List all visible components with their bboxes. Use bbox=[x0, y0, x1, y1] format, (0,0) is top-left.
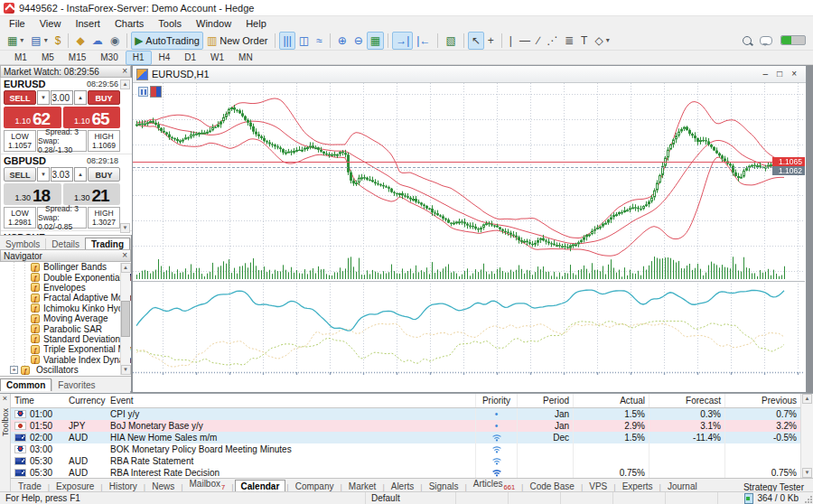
crosshair-button[interactable]: + bbox=[484, 32, 498, 50]
timeframe-M1[interactable]: M1 bbox=[7, 51, 34, 65]
symbol-row[interactable]: GBPUSD08:29:18 bbox=[4, 155, 129, 166]
market-watch-scrollbar[interactable]: ▲ ▼ bbox=[120, 79, 130, 233]
symbol-row[interactable]: EURUSD08:29:56 bbox=[4, 79, 129, 89]
tab-mailbox[interactable]: Mailbox7 bbox=[184, 478, 231, 492]
scrollbar-thumb[interactable] bbox=[121, 301, 130, 337]
timeframe-D1[interactable]: D1 bbox=[177, 51, 203, 65]
close-icon[interactable]: × bbox=[791, 67, 797, 81]
volume-input[interactable]: 3.03 bbox=[51, 167, 73, 182]
scroll-down-icon[interactable]: ▼ bbox=[802, 468, 812, 478]
volume-dropdown-icon[interactable]: ▼ bbox=[37, 167, 50, 182]
menu-tools[interactable]: Tools bbox=[151, 17, 189, 30]
horizontal-line-button[interactable]: — bbox=[516, 32, 534, 50]
bid-price[interactable]: 1.1062 bbox=[4, 107, 61, 128]
bid-price[interactable]: 1.3018 bbox=[4, 183, 61, 205]
calendar-col-previous[interactable]: Previous bbox=[724, 394, 800, 407]
timeframe-H1[interactable]: H1 bbox=[126, 51, 152, 65]
menu-insert[interactable]: Insert bbox=[68, 17, 107, 30]
chart-titlebar[interactable]: EURUSD,H1 – □ × bbox=[133, 66, 806, 83]
scroll-down-icon[interactable]: ▼ bbox=[121, 365, 131, 375]
timeframe-H4[interactable]: H4 bbox=[152, 51, 178, 65]
ask-price[interactable]: 1.3021 bbox=[63, 183, 121, 205]
zoom-out-button[interactable]: ⊖ bbox=[350, 32, 367, 50]
menu-help[interactable]: Help bbox=[238, 17, 274, 30]
scroll-up-icon[interactable]: ▲ bbox=[121, 263, 131, 273]
tree-item-variable-index-dynamic-average[interactable]: ƒVariable Index Dynamic Average bbox=[0, 355, 131, 365]
tree-item-ichimoku-kinko-hyo[interactable]: ƒIchimoku Kinko Hyo bbox=[0, 303, 131, 313]
expand-icon[interactable]: + bbox=[10, 366, 18, 374]
cycle-charts-button[interactable]: $ bbox=[51, 32, 65, 50]
signals-button[interactable]: ◉ bbox=[107, 32, 123, 50]
trend-line-button[interactable]: ∕ bbox=[534, 32, 543, 50]
tree-item-oscillators[interactable]: +ƒOscillators bbox=[0, 365, 131, 375]
statusbar-profile[interactable]: Default bbox=[365, 492, 455, 504]
calendar-row[interactable]: 01:00CPI y/y•Jan1.5%0.3%0.7% bbox=[11, 408, 800, 420]
close-icon[interactable]: × bbox=[122, 251, 127, 260]
ask-price[interactable]: 1.1065 bbox=[63, 107, 121, 128]
tree-item-envelopes[interactable]: ƒEnvelopes bbox=[0, 283, 131, 293]
calendar-col-forecast[interactable]: Forecast bbox=[649, 394, 724, 407]
calendar-row[interactable]: 02:00AUDHIA New Home Sales m/mDec1.5%-11… bbox=[11, 432, 800, 443]
navigator-scrollbar[interactable]: ▲ ▼ bbox=[120, 263, 130, 375]
close-icon[interactable]: × bbox=[0, 394, 10, 403]
shapes-button[interactable]: ◇▾ bbox=[591, 32, 612, 50]
calendar-col-priority[interactable]: Priority bbox=[475, 394, 517, 407]
scroll-down-icon[interactable]: ▼ bbox=[120, 223, 130, 233]
fibonacci-button[interactable]: ⋰ bbox=[543, 32, 561, 50]
community-button[interactable]: ☁ bbox=[89, 32, 107, 50]
indicators-window-button[interactable]: ▧ bbox=[442, 32, 459, 50]
line-mode-button[interactable]: ≈ bbox=[313, 32, 326, 50]
new-chart-button[interactable]: ▦▾ bbox=[4, 32, 27, 50]
buy-button[interactable]: BUY bbox=[88, 167, 120, 182]
calendar-col-currency[interactable]: Currency bbox=[65, 394, 107, 407]
calendar-col-event[interactable]: Event bbox=[107, 394, 475, 407]
tree-item-moving-average[interactable]: ƒMoving Average bbox=[0, 313, 131, 323]
vertical-line-button[interactable]: | bbox=[506, 32, 516, 50]
timeframe-W1[interactable]: W1 bbox=[203, 51, 231, 65]
volume-spin-up-icon[interactable]: ▲ bbox=[74, 167, 87, 182]
scroll-up-icon[interactable]: ▲ bbox=[120, 79, 130, 89]
tile-windows-button[interactable]: ▦ bbox=[367, 32, 384, 50]
tab-common[interactable]: Common bbox=[0, 378, 51, 391]
volume-dropdown-icon[interactable]: ▼ bbox=[37, 90, 50, 105]
cursor-button[interactable]: ↖ bbox=[468, 32, 484, 50]
calendar-scrollbar[interactable]: ▲ ▼ bbox=[800, 394, 813, 478]
profiles-button[interactable]: ▤▾ bbox=[27, 32, 51, 50]
channel-button[interactable]: ≣ bbox=[561, 32, 577, 50]
autotrading-button[interactable]: ▶AutoTrading bbox=[131, 32, 203, 50]
timeframe-M15[interactable]: M15 bbox=[61, 51, 93, 65]
calendar-row[interactable]: 01:50JPYBoJ Monetary Base y/y•Jan2.9%3.1… bbox=[11, 420, 800, 432]
resize-grip[interactable] bbox=[804, 493, 813, 504]
calendar-col-period[interactable]: Period bbox=[517, 394, 573, 407]
auto-scroll-button[interactable]: →| bbox=[392, 32, 413, 50]
menu-view[interactable]: View bbox=[33, 17, 69, 30]
calendar-col-time[interactable]: Time bbox=[11, 394, 65, 407]
candles-mode-button[interactable]: ◫ bbox=[295, 32, 313, 50]
price-chart-canvas[interactable] bbox=[133, 83, 805, 391]
menu-window[interactable]: Window bbox=[189, 17, 238, 30]
new-order-button[interactable]: ▥New Order bbox=[203, 32, 272, 50]
close-icon[interactable]: × bbox=[122, 67, 127, 76]
deposit-button[interactable]: ◆ bbox=[72, 32, 88, 50]
chart-shift-button[interactable]: |← bbox=[413, 32, 434, 50]
tree-item-parabolic-sar[interactable]: ƒParabolic SAR bbox=[0, 323, 131, 333]
menu-file[interactable]: File bbox=[2, 17, 33, 30]
timeframe-M5[interactable]: M5 bbox=[34, 51, 61, 65]
calendar-col-actual[interactable]: Actual bbox=[573, 394, 649, 407]
sell-button[interactable]: SELL bbox=[4, 167, 36, 182]
tree-item-triple-exponential-moving-average[interactable]: ƒTriple Exponential Moving Average bbox=[0, 344, 131, 354]
volume-spin-up-icon[interactable]: ▲ bbox=[74, 90, 87, 105]
zoom-in-button[interactable]: ⊕ bbox=[334, 32, 350, 50]
tree-item-bollinger-bands[interactable]: ƒBollinger Bands bbox=[0, 262, 131, 272]
sell-button[interactable]: SELL bbox=[4, 90, 36, 105]
calendar-row[interactable]: 05:30AUDRBA Interest Rate Decision0.75%0… bbox=[11, 467, 800, 478]
tree-item-standard-deviation[interactable]: ƒStandard Deviation bbox=[0, 334, 131, 344]
menu-charts[interactable]: Charts bbox=[107, 17, 151, 30]
volume-input[interactable]: 3.00 bbox=[51, 90, 73, 105]
tree-item-double-exponential-moving-average[interactable]: ƒDouble Exponential Moving Average bbox=[0, 272, 131, 282]
search-icon[interactable] bbox=[743, 36, 752, 45]
tab-articles[interactable]: Articles661 bbox=[468, 478, 520, 492]
calendar-row[interactable]: 03:00BOK Monetary Policy Board Meeting M… bbox=[11, 443, 800, 455]
bars-mode-button[interactable]: ||| bbox=[279, 32, 294, 50]
buy-button[interactable]: BUY bbox=[88, 90, 120, 105]
